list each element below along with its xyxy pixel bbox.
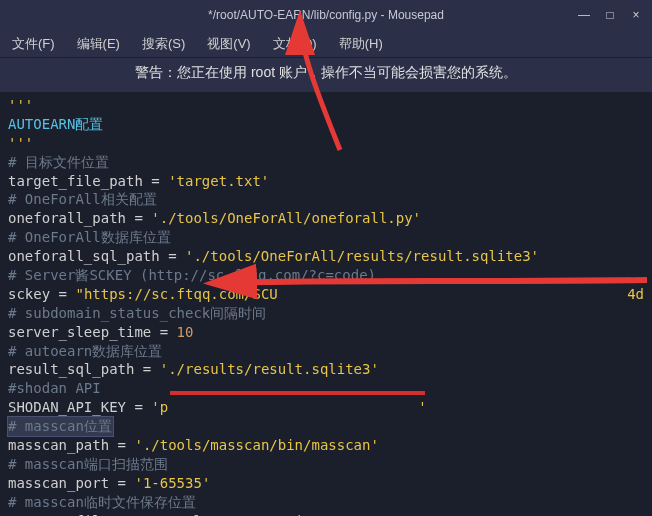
- code-var: server_sleep_time: [8, 324, 151, 340]
- code-op: =: [134, 361, 159, 377]
- code-var: result_sql_path: [8, 361, 134, 377]
- code-string: './tools/masscan/bin/masscan': [134, 437, 378, 453]
- code-op: =: [109, 513, 134, 516]
- code-text: AUTOEARN配置: [8, 116, 103, 132]
- code-comment: # Server酱SCKEY (http://sc.ftqq.com/?c=co…: [8, 267, 376, 283]
- code-comment: # masscan位置: [8, 418, 112, 434]
- code-var: masscan_path: [8, 437, 109, 453]
- titlebar[interactable]: */root/AUTO-EARN/lib/config.py - Mousepa…: [0, 0, 652, 30]
- code-comment: # autoearn数据库位置: [8, 343, 162, 359]
- code-string: 'p: [151, 399, 168, 415]
- menu-file[interactable]: 文件(F): [8, 33, 59, 55]
- code-op: =: [109, 475, 134, 491]
- code-var: oneforall_sql_path: [8, 248, 160, 264]
- code-comment: #shodan API: [8, 380, 101, 396]
- minimize-button[interactable]: —: [578, 9, 590, 21]
- window-title: */root/AUTO-EARN/lib/config.py - Mousepa…: [8, 8, 644, 22]
- code-text: ''': [8, 97, 33, 113]
- code-comment: # 目标文件位置: [8, 154, 109, 170]
- code-string: 4d: [627, 285, 644, 304]
- menu-help[interactable]: 帮助(H): [335, 33, 387, 55]
- code-string: 'target.txt': [168, 173, 269, 189]
- maximize-button[interactable]: □: [604, 9, 616, 21]
- code-op: =: [160, 248, 185, 264]
- menu-edit[interactable]: 编辑(E): [73, 33, 124, 55]
- code-comment: # OneForAll相关配置: [8, 191, 157, 207]
- menubar: 文件(F) 编辑(E) 搜索(S) 视图(V) 文档(D) 帮助(H): [0, 30, 652, 58]
- code-comment: # OneForAll数据库位置: [8, 229, 171, 245]
- window-controls: — □ ×: [578, 9, 642, 21]
- code-string: './tools/OneForAll/oneforall.py': [151, 210, 421, 226]
- code-editor[interactable]: '''AUTOEARN配置'''# 目标文件位置target_file_path…: [0, 92, 652, 516]
- code-string: './tools/OneForAll/results/result.sqlite…: [185, 248, 539, 264]
- menu-document[interactable]: 文档(D): [269, 33, 321, 55]
- code-var: target_file_path: [8, 173, 143, 189]
- code-string: './results/result.sqlite3': [160, 361, 379, 377]
- close-button[interactable]: ×: [630, 9, 642, 21]
- code-var: masscan_port: [8, 475, 109, 491]
- menu-search[interactable]: 搜索(S): [138, 33, 189, 55]
- code-string: "https://sc.ftqq.com/SCU: [75, 286, 277, 302]
- code-op: =: [109, 437, 134, 453]
- root-warning: 警告：您正在使用 root 账户，操作不当可能会损害您的系统。: [0, 58, 652, 92]
- code-op: =: [143, 173, 168, 189]
- code-var: sckey: [8, 286, 50, 302]
- code-op: =: [151, 324, 176, 340]
- code-op: =: [126, 210, 151, 226]
- code-var: masscan_file: [8, 513, 109, 516]
- code-string: '1-65535': [134, 475, 210, 491]
- code-string: './results/masscan.json': [134, 513, 336, 516]
- code-string: ': [418, 399, 426, 415]
- code-comment: # masscan端口扫描范围: [8, 456, 168, 472]
- code-var: oneforall_path: [8, 210, 126, 226]
- code-comment: # masscan临时文件保存位置: [8, 494, 196, 510]
- code-comment: # subdomain_status_check间隔时间: [8, 305, 266, 321]
- code-op: =: [126, 399, 151, 415]
- code-op: =: [50, 286, 75, 302]
- editor-window: */root/AUTO-EARN/lib/config.py - Mousepa…: [0, 0, 652, 516]
- code-number: 10: [177, 324, 194, 340]
- code-var: SHODAN_API_KEY: [8, 399, 126, 415]
- menu-view[interactable]: 视图(V): [203, 33, 254, 55]
- code-text: ''': [8, 135, 33, 151]
